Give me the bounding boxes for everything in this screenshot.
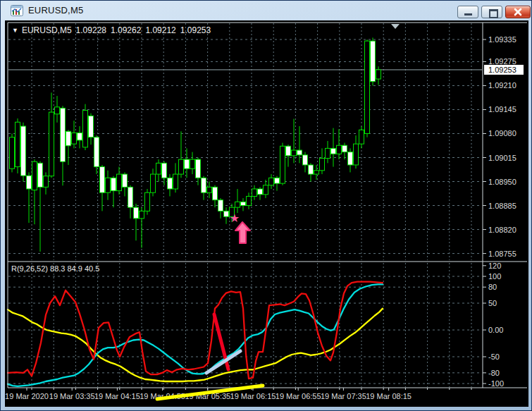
terminal-window: EURUSD,M5 1.093351.092751.092101.091451.… [0, 0, 532, 411]
candle-body [241, 202, 246, 205]
candle-body [348, 152, 353, 165]
candle-body [269, 178, 274, 185]
candle-body [145, 192, 150, 211]
candle-body [128, 187, 133, 207]
candle-body [16, 122, 20, 166]
candle-body [44, 176, 49, 188]
buy-signal-up-arrow-icon [235, 222, 250, 243]
candle-body [207, 187, 212, 192]
candle-body [320, 159, 325, 171]
candle-body [111, 178, 116, 190]
price-axis[interactable] [484, 23, 528, 388]
candle-body [264, 185, 268, 195]
candle-body [27, 176, 32, 189]
candle-body [66, 131, 71, 145]
candle-body [354, 144, 359, 165]
header-symbol: EURUSD,M5 [22, 25, 72, 35]
candle-body [10, 137, 15, 168]
candle-body [72, 133, 77, 144]
candle-body [331, 148, 336, 154]
candle-body [247, 196, 252, 205]
chart-ohlc-header: ▼EURUSD,M51.092281.092621.092121.09253 [12, 25, 215, 35]
candle-body [235, 202, 240, 207]
candle-body [117, 174, 122, 191]
candle-body [123, 174, 128, 187]
candle-body [202, 178, 206, 192]
candle-body [286, 146, 291, 156]
candle-body [224, 211, 229, 216]
candle-body [49, 112, 54, 176]
candle-body [173, 174, 178, 189]
candle-body [140, 211, 144, 218]
candle-body [258, 189, 263, 195]
candle-body [218, 200, 223, 211]
candle-body [309, 165, 314, 174]
candle-body [314, 171, 319, 174]
candle-body [21, 126, 26, 176]
candle-body [190, 159, 195, 168]
collapse-triangle-icon[interactable]: ▼ [12, 27, 18, 34]
candle-body [292, 150, 297, 156]
buy-signal-star-icon: ★ [230, 211, 240, 225]
candle-body [61, 108, 66, 161]
candle-body [342, 145, 347, 152]
candle-body [179, 159, 184, 174]
candle-body [151, 174, 156, 192]
candle-body [376, 70, 381, 79]
candle-body [326, 148, 330, 158]
candle-body [359, 130, 364, 144]
candle-body [156, 163, 161, 174]
time-axis[interactable] [8, 388, 483, 405]
candle-body [94, 137, 99, 167]
candle-body [297, 150, 302, 155]
candle-body [196, 159, 201, 178]
candle-body [162, 163, 167, 178]
header-open: 1.09228 [76, 25, 106, 35]
bar-shift-marker-icon [391, 24, 400, 29]
candle-body [275, 178, 280, 183]
candle-body [280, 146, 285, 183]
candle-body [38, 163, 43, 187]
indicator-subwindow[interactable] [8, 262, 483, 388]
candle-body [83, 111, 88, 147]
candle-body [365, 41, 370, 133]
candle-body [337, 145, 342, 154]
header-low: 1.09212 [145, 25, 175, 35]
candle-body [252, 189, 257, 196]
candle-body [168, 178, 173, 189]
candle-body [185, 159, 190, 168]
candle-body [89, 116, 94, 137]
candle-body [32, 161, 37, 190]
candle-body [106, 178, 111, 192]
candle-body [213, 187, 218, 200]
candle-body [134, 207, 139, 219]
candle-body [371, 41, 376, 82]
candle-body [303, 155, 308, 165]
header-high: 1.09262 [111, 25, 141, 35]
header-close: 1.09253 [180, 25, 211, 35]
candle-body [78, 133, 82, 140]
candle-body [100, 167, 105, 193]
candle-body [55, 107, 60, 114]
